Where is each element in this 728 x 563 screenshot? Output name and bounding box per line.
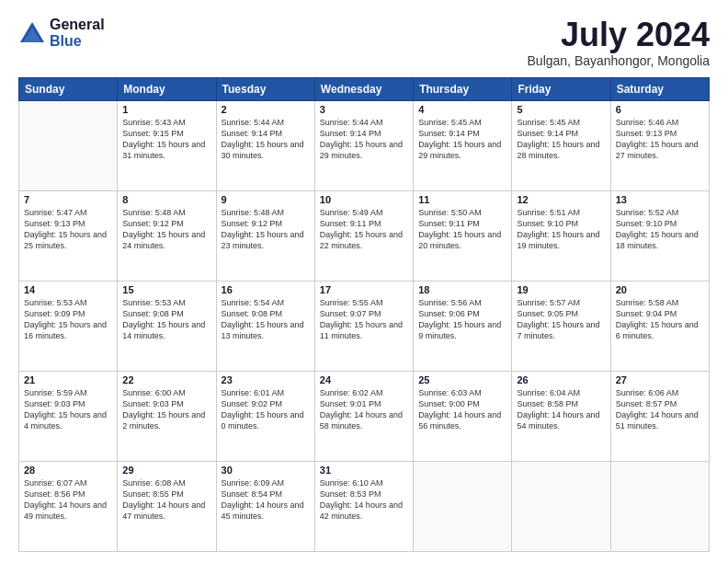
day-number: 2	[222, 104, 310, 115]
day-number: 25	[418, 374, 506, 385]
sunrise-text: Sunrise: 5:57 AM	[517, 297, 605, 308]
sunset-text: Sunset: 8:56 PM	[24, 488, 112, 500]
calendar-cell: 15 Sunrise: 5:53 AM Sunset: 9:08 PM Dayl…	[118, 281, 216, 371]
sunrise-text: Sunrise: 5:52 AM	[616, 207, 704, 218]
sunrise-text: Sunrise: 5:58 AM	[616, 297, 704, 308]
daylight-text: Daylight: 15 hours and 28 minutes.	[517, 139, 605, 161]
sunset-text: Sunset: 9:11 PM	[320, 218, 408, 229]
sunset-text: Sunset: 9:09 PM	[24, 308, 112, 319]
cell-details: Sunrise: 5:58 AM Sunset: 9:04 PM Dayligh…	[616, 297, 704, 342]
sunrise-text: Sunrise: 5:54 AM	[222, 297, 310, 308]
cell-details: Sunrise: 5:51 AM Sunset: 9:10 PM Dayligh…	[517, 207, 605, 252]
calendar-cell: 28 Sunrise: 6:07 AM Sunset: 8:56 PM Dayl…	[19, 461, 118, 551]
day-number: 6	[616, 104, 704, 115]
daylight-text: Daylight: 15 hours and 27 minutes.	[616, 139, 704, 161]
sunrise-text: Sunrise: 6:06 AM	[616, 387, 704, 398]
sunrise-text: Sunrise: 5:48 AM	[222, 207, 310, 218]
calendar-cell: 11 Sunrise: 5:50 AM Sunset: 9:11 PM Dayl…	[414, 190, 512, 281]
sunrise-text: Sunrise: 5:45 AM	[418, 117, 506, 128]
calendar-table: Sunday Monday Tuesday Wednesday Thursday…	[18, 77, 710, 552]
calendar-week-1: 1 Sunrise: 5:43 AM Sunset: 9:15 PM Dayli…	[19, 100, 710, 190]
sunrise-text: Sunrise: 6:04 AM	[517, 387, 605, 398]
sunrise-text: Sunrise: 5:44 AM	[222, 117, 310, 128]
daylight-text: Daylight: 15 hours and 2 minutes.	[122, 409, 210, 431]
title-block: July 2024 Bulgan, Bayanhongor, Mongolia	[528, 17, 710, 68]
sunrise-text: Sunrise: 6:00 AM	[122, 387, 210, 398]
cell-details: Sunrise: 5:50 AM Sunset: 9:11 PM Dayligh…	[418, 207, 506, 252]
sunset-text: Sunset: 9:00 PM	[418, 398, 506, 409]
logo-icon	[18, 20, 46, 46]
calendar-week-5: 28 Sunrise: 6:07 AM Sunset: 8:56 PM Dayl…	[19, 461, 710, 551]
sunrise-text: Sunrise: 5:53 AM	[122, 297, 210, 308]
cell-details: Sunrise: 5:53 AM Sunset: 9:08 PM Dayligh…	[122, 297, 210, 342]
cell-details: Sunrise: 6:10 AM Sunset: 8:53 PM Dayligh…	[320, 477, 408, 523]
sunset-text: Sunset: 8:55 PM	[122, 488, 210, 500]
sunrise-text: Sunrise: 6:07 AM	[24, 477, 112, 488]
calendar-cell: 26 Sunrise: 6:04 AM Sunset: 8:58 PM Dayl…	[512, 371, 610, 461]
cell-details: Sunrise: 6:04 AM Sunset: 8:58 PM Dayligh…	[517, 387, 605, 432]
calendar-cell: 16 Sunrise: 5:54 AM Sunset: 9:08 PM Dayl…	[216, 281, 314, 371]
day-number: 29	[122, 465, 210, 476]
cell-details: Sunrise: 5:59 AM Sunset: 9:03 PM Dayligh…	[24, 387, 112, 432]
sunset-text: Sunset: 9:15 PM	[122, 128, 210, 139]
calendar-cell: 10 Sunrise: 5:49 AM Sunset: 9:11 PM Dayl…	[314, 190, 413, 281]
cell-details: Sunrise: 6:03 AM Sunset: 9:00 PM Dayligh…	[418, 387, 506, 432]
day-number: 30	[222, 465, 310, 476]
daylight-text: Daylight: 15 hours and 6 minutes.	[616, 319, 704, 341]
day-number: 11	[418, 194, 506, 205]
daylight-text: Daylight: 14 hours and 56 minutes.	[418, 409, 506, 431]
sunset-text: Sunset: 9:11 PM	[418, 218, 506, 229]
daylight-text: Daylight: 15 hours and 30 minutes.	[222, 139, 310, 161]
calendar-cell: 19 Sunrise: 5:57 AM Sunset: 9:05 PM Dayl…	[512, 281, 610, 371]
calendar-cell: 20 Sunrise: 5:58 AM Sunset: 9:04 PM Dayl…	[610, 281, 709, 371]
calendar-cell: 25 Sunrise: 6:03 AM Sunset: 9:00 PM Dayl…	[414, 371, 512, 461]
cell-details: Sunrise: 5:48 AM Sunset: 9:12 PM Dayligh…	[122, 207, 210, 252]
day-number: 31	[320, 465, 408, 476]
logo-general: General	[50, 17, 105, 33]
sunset-text: Sunset: 9:13 PM	[24, 218, 112, 229]
calendar-week-2: 7 Sunrise: 5:47 AM Sunset: 9:13 PM Dayli…	[19, 190, 710, 281]
sunrise-text: Sunrise: 5:55 AM	[320, 297, 408, 308]
sunrise-text: Sunrise: 5:45 AM	[517, 117, 605, 128]
sunset-text: Sunset: 9:08 PM	[122, 308, 210, 319]
cell-details: Sunrise: 5:45 AM Sunset: 9:14 PM Dayligh…	[418, 117, 506, 162]
sunrise-text: Sunrise: 5:47 AM	[24, 207, 112, 218]
sunrise-text: Sunrise: 5:43 AM	[122, 117, 210, 128]
cell-details: Sunrise: 6:09 AM Sunset: 8:54 PM Dayligh…	[222, 477, 310, 523]
day-number: 3	[320, 104, 408, 115]
cell-details: Sunrise: 5:55 AM Sunset: 9:07 PM Dayligh…	[320, 297, 408, 342]
cell-details: Sunrise: 5:54 AM Sunset: 9:08 PM Dayligh…	[222, 297, 310, 342]
day-number: 12	[517, 194, 605, 205]
col-wednesday: Wednesday	[314, 77, 413, 100]
sunrise-text: Sunrise: 6:03 AM	[418, 387, 506, 398]
daylight-text: Daylight: 15 hours and 23 minutes.	[222, 229, 310, 251]
day-number: 4	[418, 104, 506, 115]
calendar-week-4: 21 Sunrise: 5:59 AM Sunset: 9:03 PM Dayl…	[19, 371, 710, 461]
sunset-text: Sunset: 9:02 PM	[222, 398, 310, 409]
cell-details: Sunrise: 5:44 AM Sunset: 9:14 PM Dayligh…	[222, 117, 310, 162]
sunset-text: Sunset: 9:14 PM	[418, 128, 506, 139]
day-number: 1	[122, 104, 210, 115]
calendar-cell: 9 Sunrise: 5:48 AM Sunset: 9:12 PM Dayli…	[216, 190, 314, 281]
sunset-text: Sunset: 8:53 PM	[320, 488, 408, 500]
daylight-text: Daylight: 15 hours and 29 minutes.	[418, 139, 506, 161]
daylight-text: Daylight: 15 hours and 20 minutes.	[418, 229, 506, 251]
sunset-text: Sunset: 9:14 PM	[320, 128, 408, 139]
cell-details: Sunrise: 5:48 AM Sunset: 9:12 PM Dayligh…	[222, 207, 310, 252]
sunrise-text: Sunrise: 5:44 AM	[320, 117, 408, 128]
calendar-cell	[512, 461, 610, 551]
daylight-text: Daylight: 15 hours and 25 minutes.	[24, 229, 112, 251]
header-row: Sunday Monday Tuesday Wednesday Thursday…	[19, 77, 710, 100]
daylight-text: Daylight: 15 hours and 11 minutes.	[320, 319, 408, 341]
sunset-text: Sunset: 8:57 PM	[616, 398, 704, 409]
day-number: 7	[24, 194, 112, 205]
daylight-text: Daylight: 14 hours and 42 minutes.	[320, 500, 408, 522]
cell-details: Sunrise: 5:47 AM Sunset: 9:13 PM Dayligh…	[24, 207, 112, 252]
sunset-text: Sunset: 9:03 PM	[24, 398, 112, 409]
sunrise-text: Sunrise: 5:49 AM	[320, 207, 408, 218]
cell-details: Sunrise: 6:06 AM Sunset: 8:57 PM Dayligh…	[616, 387, 704, 432]
sunrise-text: Sunrise: 6:10 AM	[320, 477, 408, 488]
location-subtitle: Bulgan, Bayanhongor, Mongolia	[528, 53, 710, 68]
sunrise-text: Sunrise: 5:56 AM	[418, 297, 506, 308]
sunrise-text: Sunrise: 5:46 AM	[616, 117, 704, 128]
